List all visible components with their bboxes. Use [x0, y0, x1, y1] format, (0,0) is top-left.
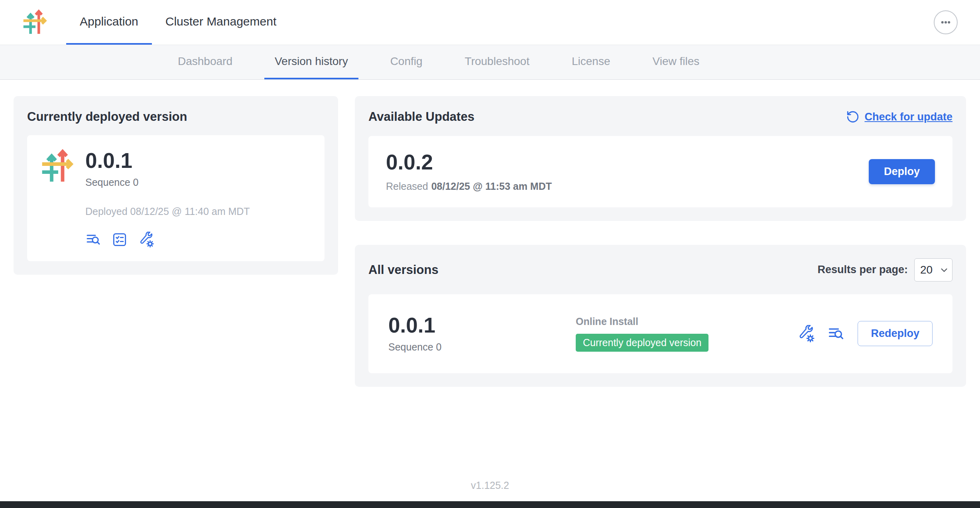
update-details: 0.0.2 Released08/12/25 @ 11:53 am MDT — [386, 151, 552, 192]
results-per-page: Results per page: 20 — [817, 258, 952, 282]
app-logo — [22, 0, 49, 45]
subnav-item-version-history[interactable]: Version history — [264, 45, 358, 79]
available-updates-title: Available Updates — [368, 110, 474, 124]
row-edit-config-button[interactable] — [797, 325, 815, 343]
released-label: Released — [386, 181, 428, 192]
released-timestamp: Released08/12/25 @ 11:53 am MDT — [386, 181, 552, 192]
all-versions-card: All versions Results per page: 20 0 — [355, 245, 966, 387]
row-sequence-label: Sequence 0 — [388, 341, 576, 353]
update-version-number: 0.0.2 — [386, 151, 552, 173]
right-column: Available Updates Check for update 0.0.2… — [355, 96, 966, 387]
results-per-page-label: Results per page: — [817, 264, 908, 276]
top-navbar: Application Cluster Management — [0, 0, 980, 45]
version-row-actions: Redeploy — [797, 321, 933, 346]
version-row-status: Online Install Currently deployed versio… — [576, 316, 797, 352]
tab-cluster-management[interactable]: Cluster Management — [152, 0, 290, 45]
currently-deployed-card: Currently deployed version 0.0.1 Sequenc… — [14, 96, 338, 275]
redeploy-button[interactable]: Redeploy — [858, 321, 933, 346]
deployed-card-title: Currently deployed version — [27, 110, 325, 124]
wrench-gear-icon — [797, 325, 815, 343]
main-content: Currently deployed version 0.0.1 Sequenc… — [0, 80, 980, 387]
deployed-version-number: 0.0.1 — [85, 150, 250, 172]
app-logo-icon — [22, 9, 49, 35]
application-icon — [41, 149, 76, 184]
available-updates-card: Available Updates Check for update 0.0.2… — [355, 96, 966, 221]
release-notes-icon — [827, 325, 845, 343]
row-version-number: 0.0.1 — [388, 314, 576, 337]
deploy-button[interactable]: Deploy — [869, 159, 935, 184]
install-type-label: Online Install — [576, 316, 797, 327]
all-versions-header: All versions Results per page: 20 — [368, 258, 952, 282]
version-row: 0.0.1 Sequence 0 Online Install Currentl… — [368, 294, 952, 373]
refresh-icon — [846, 110, 860, 124]
version-row-details: 0.0.1 Sequence 0 — [388, 314, 576, 353]
topnav-tabs: Application Cluster Management — [66, 0, 290, 45]
subnav-item-license[interactable]: License — [561, 45, 621, 79]
subnav-item-dashboard[interactable]: Dashboard — [167, 45, 243, 79]
check-for-update-label: Check for update — [864, 111, 952, 123]
deployed-actions — [85, 232, 250, 248]
wrench-gear-icon — [138, 232, 154, 248]
deployed-version-panel: 0.0.1 Sequence 0 Deployed 08/12/25 @ 11:… — [27, 135, 325, 261]
currently-deployed-badge: Currently deployed version — [576, 334, 708, 352]
check-for-update-link[interactable]: Check for update — [846, 110, 952, 124]
subnav-item-config[interactable]: Config — [380, 45, 433, 79]
tab-application[interactable]: Application — [66, 0, 152, 45]
released-date: 08/12/25 @ 11:53 am MDT — [431, 181, 552, 192]
update-row: 0.0.2 Released08/12/25 @ 11:53 am MDT De… — [368, 136, 952, 207]
results-per-page-select[interactable]: 20 — [914, 258, 952, 282]
deployed-timestamp: Deployed 08/12/25 @ 11:40 am MDT — [85, 206, 250, 217]
release-notes-button[interactable] — [85, 232, 101, 248]
subnav-item-view-files[interactable]: View files — [642, 45, 710, 79]
app-subnav: Dashboard Version history Config Trouble… — [0, 45, 980, 80]
console-version-label: v1.125.2 — [0, 480, 980, 491]
deployed-sequence-label: Sequence 0 — [85, 177, 250, 188]
bottom-edge-bar — [0, 501, 980, 508]
row-release-notes-button[interactable] — [827, 325, 845, 343]
ellipsis-icon — [939, 15, 953, 30]
topnav-right — [934, 0, 958, 45]
subnav-item-troubleshoot[interactable]: Troubleshoot — [455, 45, 540, 79]
more-options-button[interactable] — [934, 10, 958, 34]
available-updates-header: Available Updates Check for update — [368, 110, 952, 124]
edit-config-button[interactable] — [138, 232, 154, 248]
checklist-icon — [112, 232, 128, 248]
release-notes-icon — [85, 232, 101, 248]
deployed-version-details: 0.0.1 Sequence 0 Deployed 08/12/25 @ 11:… — [85, 149, 250, 248]
all-versions-title: All versions — [368, 263, 439, 277]
preflight-checks-button[interactable] — [112, 232, 128, 248]
results-per-page-select-wrap: 20 — [914, 258, 952, 282]
